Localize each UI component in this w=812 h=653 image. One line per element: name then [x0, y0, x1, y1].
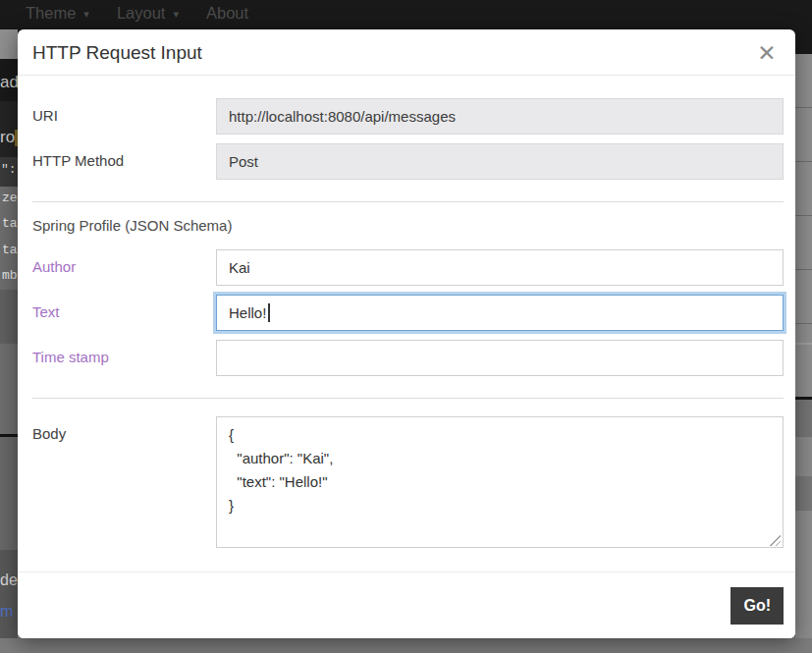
http-method-label: HTTP Method — [32, 143, 216, 180]
dialog-footer: Go! — [18, 571, 795, 638]
backdrop-block: ro — [0, 101, 18, 157]
backdrop-text-fragment: ro — [0, 128, 15, 147]
body-textarea[interactable]: { "author": "Kai", "text": "Hello!" } — [216, 416, 784, 548]
backdrop-text-fragment: de — [0, 571, 18, 589]
backdrop-block — [0, 344, 18, 434]
nav-item-layout: Layout ▾ — [117, 4, 179, 23]
nav-theme-label: Theme — [26, 4, 76, 23]
text-row: Text — [32, 295, 784, 331]
text-cursor — [268, 303, 270, 322]
uri-input[interactable] — [216, 98, 784, 135]
dialog-header: HTTP Request Input ✕ — [18, 29, 795, 76]
schema-section-label: Spring Profile (JSON Schema) — [32, 217, 784, 234]
backdrop-block: ": — [0, 157, 18, 187]
backdrop-block — [0, 290, 18, 344]
http-request-input-dialog: HTTP Request Input ✕ URI HTTP Method Spr… — [18, 29, 795, 638]
backdrop-block — [0, 437, 18, 550]
chevron-down-icon: ▾ — [173, 8, 179, 21]
backdrop-link-fragment: m — [0, 603, 13, 621]
nav-layout-label: Layout — [117, 4, 166, 23]
dialog-body: URI HTTP Method Spring Profile (JSON Sch… — [18, 76, 795, 552]
timestamp-label: Time stamp — [32, 340, 216, 376]
dialog-title: HTTP Request Input — [32, 42, 202, 63]
backdrop-text-fragment: ": — [1, 162, 17, 177]
close-icon: ✕ — [757, 40, 776, 66]
backdrop-block: de m — [0, 550, 18, 638]
chevron-down-icon: ▾ — [83, 8, 89, 21]
text-label: Text — [32, 295, 216, 331]
backdrop-block — [795, 437, 812, 476]
backdrop-text-fragment: ze — [2, 190, 18, 205]
backdrop-block — [795, 0, 812, 54]
text-input[interactable] — [216, 295, 784, 331]
body-label: Body — [32, 416, 216, 552]
backdrop-text-fragment: ade — [0, 73, 18, 92]
body-row: Body { "author": "Kai", "text": "Hello!"… — [32, 416, 784, 552]
backdrop-block: ze ta ta mb — [0, 187, 18, 290]
backdrop-text-fragment: mb — [2, 268, 18, 283]
http-method-row: HTTP Method — [32, 143, 784, 180]
backdrop-block — [0, 29, 18, 59]
nav-item-about: About — [206, 4, 248, 23]
http-method-input[interactable] — [216, 143, 784, 180]
uri-label: URI — [32, 98, 216, 135]
nav-item-theme: Theme ▾ — [26, 4, 89, 23]
backdrop-block — [795, 511, 812, 638]
close-button[interactable]: ✕ — [752, 38, 782, 68]
section-divider — [32, 201, 784, 202]
backdrop-block: ade — [0, 59, 18, 101]
author-row: Author — [32, 249, 784, 286]
backdrop-table-rows — [795, 54, 812, 343]
backdrop-block — [0, 638, 812, 653]
timestamp-row: Time stamp — [32, 340, 784, 376]
uri-row: URI — [32, 98, 784, 135]
nav-about-label: About — [206, 4, 248, 23]
go-button[interactable]: Go! — [731, 587, 784, 625]
author-label: Author — [32, 249, 216, 286]
backdrop-block — [795, 345, 812, 397]
section-divider — [32, 398, 784, 399]
backdrop-block — [795, 476, 812, 511]
backdrop-text-fragment: ta — [2, 243, 18, 257]
author-input[interactable] — [216, 249, 784, 286]
backdrop-block — [795, 400, 812, 437]
timestamp-input[interactable] — [216, 340, 784, 376]
backdrop-text-fragment: ta — [2, 216, 18, 231]
